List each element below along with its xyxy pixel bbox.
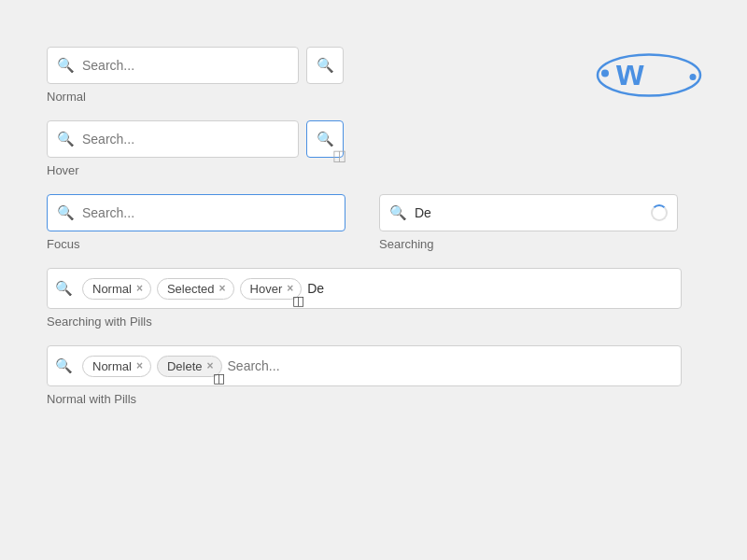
search-icon-btn: 🔍 [317,131,334,147]
pill-selected-label: Selected [167,282,215,296]
focus-search-input[interactable] [82,205,335,220]
search-icon: 🔍 [55,280,73,297]
hover-search-input[interactable] [82,132,289,147]
spinner-icon [651,204,668,221]
normal-search-button[interactable]: 🔍 [306,47,344,84]
svg-text:w: w [615,53,644,92]
pill-normal-2[interactable]: Normal × [82,356,151,377]
focus-col: 🔍 Focus [47,194,368,251]
search-icon: 🔍 [55,357,73,374]
hover-search-button[interactable]: 🔍 ◫ [306,120,344,158]
normal-pills-label: Normal with Pills [47,392,700,406]
svg-point-0 [598,55,700,96]
search-icon-btn: 🔍 [317,57,334,74]
pill-normal-2-label: Normal [92,359,132,373]
focus-label: Focus [47,237,368,251]
pill-hover[interactable]: Hover × ◫ [240,278,303,300]
pill-hover-label: Hover [250,282,283,296]
pills-search-wrap: 🔍 Normal × Selected × Hover × ◫ [47,268,682,309]
pill-normal-label: Normal [92,282,132,296]
normal-search-input[interactable] [82,58,289,73]
cursor-icon: ◫ [332,147,346,164]
searching-pills-section: 🔍 Normal × Selected × Hover × ◫ Searchin… [47,268,700,329]
normal-pills-search-input[interactable] [228,358,673,373]
logo-area: w [588,28,710,106]
svg-point-3 [690,74,697,80]
hover-search-wrap: 🔍 [47,120,299,158]
pill-normal[interactable]: Normal × [82,278,151,300]
focus-search-wrap: 🔍 [47,194,345,231]
cursor-icon: ◫ [213,371,225,385]
focus-searching-section: 🔍 Focus 🔍 Searching [47,194,700,251]
searching-search-wrap: 🔍 [379,194,678,231]
searching-label: Searching [379,237,700,251]
weebly-logo: w [588,28,710,103]
pill-normal-2-remove[interactable]: × [136,359,143,372]
normal-search-wrap: 🔍 [47,47,299,84]
searching-search-input[interactable] [415,205,651,220]
search-icon: 🔍 [389,204,407,221]
hover-section: 🔍 🔍 ◫ Hover [47,120,700,177]
pill-normal-remove[interactable]: × [136,282,143,295]
search-icon: 🔍 [57,57,75,74]
search-icon: 🔍 [57,204,75,221]
cursor-icon: ◫ [292,293,304,308]
normal-pills-search-wrap: 🔍 Normal × Delete × ◫ [47,345,682,386]
normal-pills-section: 🔍 Normal × Delete × ◫ Normal with Pills [47,345,700,406]
searching-col: 🔍 Searching [379,194,700,251]
pill-delete[interactable]: Delete × ◫ [157,356,222,377]
pills-search-input[interactable] [307,281,673,296]
svg-point-2 [601,70,609,77]
pill-delete-label: Delete [167,359,203,373]
hover-label: Hover [47,163,700,177]
searching-pills-label: Searching with Pills [47,315,700,329]
pill-selected[interactable]: Selected × [157,278,234,300]
pill-selected-remove[interactable]: × [219,282,226,295]
search-icon: 🔍 [57,131,75,147]
